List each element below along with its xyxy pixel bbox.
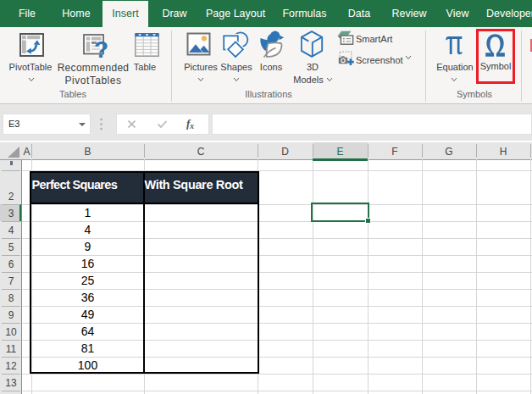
svg-text:?: ? bbox=[94, 36, 108, 60]
